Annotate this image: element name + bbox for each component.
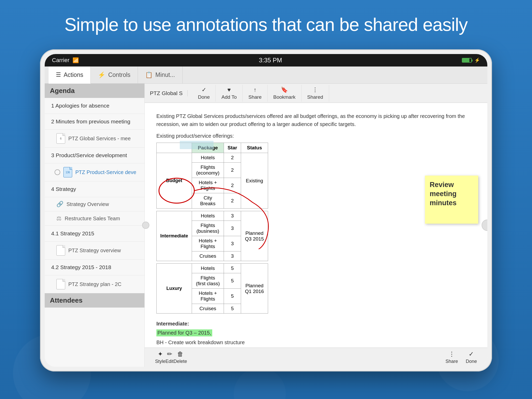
package-hotelsflight-budget: Hotels + Flights <box>192 178 224 193</box>
doc-icon-global: 6 <box>56 133 65 144</box>
bottom-btn-done[interactable]: ✓ Done <box>466 350 477 364</box>
carrier-label: Carrier <box>52 57 69 64</box>
doc-icon-plan <box>56 279 65 289</box>
style-label: Style <box>155 359 165 364</box>
bottom-toolbar: ✦ Style ✏ Edit 🗑 Delete ⋮ S <box>145 348 487 367</box>
bookmark-icon: 🔖 <box>281 87 288 93</box>
done-label: Done <box>198 94 210 100</box>
toolbar-btn-bookmark[interactable]: 🔖 Bookmark <box>268 85 302 102</box>
sidebar-item-strategy-41[interactable]: 4.1 Strategy 2015 <box>45 226 144 242</box>
star-hotelsflight-int: 3 <box>224 236 241 251</box>
star-flights-lux: 5 <box>224 273 241 289</box>
gavel-icon: ⚖ <box>56 215 62 222</box>
bottom-btn-share[interactable]: ⋮ Share <box>445 350 458 364</box>
status-budget: Existing <box>241 153 268 209</box>
sidebar-item-apologies[interactable]: 1 Apologies for absence <box>45 98 144 114</box>
bookmark-label: Bookmark <box>273 94 296 100</box>
delete-label: Delete <box>174 359 187 364</box>
package-hotelsflight-lux: Hotels + Flights <box>192 289 224 304</box>
radio-button-product <box>55 169 60 175</box>
package-flights-budget: Flights (economy) <box>192 163 224 178</box>
tab-actions[interactable]: ☰ Actions <box>49 66 91 84</box>
sidebar-handle[interactable] <box>142 222 149 229</box>
sidebar-item-strategy[interactable]: 4 Strategy <box>45 181 144 197</box>
star-hotelsflight-lux: 5 <box>224 289 241 304</box>
sidebar-item-strategy-overview[interactable]: 🔗 Strategy Overview <box>45 197 144 211</box>
table-header-star: Star <box>224 143 241 153</box>
link-icon: 🔗 <box>56 201 63 208</box>
toolbar-btn-share[interactable]: ↑ Share <box>243 85 268 102</box>
sidebar-item-product[interactable]: 3 Product/Service development <box>45 148 144 163</box>
star-hotels-budget: 2 <box>224 153 241 163</box>
page-headline: Simple to use annotations that can be sh… <box>0 0 532 45</box>
tab-controls[interactable]: ⚡ Controls <box>91 66 138 83</box>
category-budget: Budget <box>157 153 192 209</box>
bottom-btn-style[interactable]: ✦ Style <box>155 350 165 364</box>
sidebar-item-ptz-global[interactable]: 6 PTZ Global Services - mee <box>45 130 144 148</box>
addto-label: Add To <box>221 94 237 100</box>
tab-minutes[interactable]: 📋 Minut... <box>138 66 182 83</box>
shared-icon: ⋮ <box>312 87 318 93</box>
bottom-btn-edit[interactable]: ✏ Edit <box>165 350 174 364</box>
package-cruises-lux: Cruises <box>192 304 224 314</box>
ipad-frame: Carrier 📶 3:35 PM ⚡ ☰ Actions ⚡ <box>40 49 492 371</box>
bottom-btn-delete[interactable]: 🗑 Delete <box>174 350 187 364</box>
status-bar-right: ⚡ <box>462 57 480 63</box>
checkmark-icon: ✓ <box>202 87 206 93</box>
bh-item: BH - Create work breakdown structure <box>156 340 476 345</box>
status-bar: Carrier 📶 3:35 PM ⚡ <box>45 54 487 66</box>
star-cruises-lux: 5 <box>224 304 241 314</box>
status-bar-left: Carrier 📶 <box>52 57 79 64</box>
table-header-package: Package <box>192 143 224 153</box>
sidebar-item-ptz-strategy-overview[interactable]: PTZ Strategy overview <box>45 242 144 260</box>
ipad-screen: Carrier 📶 3:35 PM ⚡ ☰ Actions ⚡ <box>45 54 487 367</box>
category-intermediate: Intermediate <box>157 211 192 261</box>
table-header-status: Status <box>241 143 268 153</box>
offerings-label: Existing product/service offerings: <box>156 133 476 139</box>
done-bottom-label: Done <box>466 359 477 364</box>
doc-title: PTZ Global S <box>150 90 188 96</box>
sidebar-item-ptz-product[interactable]: 136 PTZ Product-Service deve <box>45 163 144 181</box>
star-hotels-int: 3 <box>224 211 241 221</box>
main-content: Agenda 1 Apologies for absence 2 Minutes… <box>45 84 487 367</box>
planned-text: Planned for Q3 – 2015, <box>156 329 212 336</box>
controls-icon: ⚡ <box>98 71 105 78</box>
sidebar-item-ptz-strategy-plan[interactable]: PTZ Strategy plan - 2C <box>45 275 144 293</box>
edit-label: Edit <box>165 359 174 364</box>
sidebar-item-strategy-42[interactable]: 4.2 Strategy 2015 - 2018 <box>45 260 144 275</box>
package-citybreaks-budget: City Breaks <box>192 193 224 209</box>
toolbar-btn-shared[interactable]: ⋮ Shared <box>302 85 329 102</box>
battery-indicator <box>462 58 472 63</box>
actions-icon: ☰ <box>56 71 61 78</box>
star-cruises-int: 3 <box>224 251 241 261</box>
sidebar-item-restructure[interactable]: ⚖ Restructure Sales Team <box>45 211 144 226</box>
star-hotelsflight-budget: 2 <box>224 178 241 193</box>
share-label: Share <box>248 94 262 100</box>
delete-icon: 🗑 <box>177 350 183 358</box>
toolbar-btn-done[interactable]: ✓ Done <box>192 85 216 102</box>
minutes-icon: 📋 <box>145 71 153 78</box>
sidebar-item-minutes[interactable]: 2 Minutes from previous meeting <box>45 114 144 130</box>
intro-paragraph: Existing PTZ Global Services products/se… <box>156 112 476 128</box>
intermediate-label: Intermediate: <box>156 321 476 327</box>
product-table: Package Star Status Budget Hotels <box>156 143 268 314</box>
package-flights-int: Flights (business) <box>192 221 224 236</box>
edit-icon: ✏ <box>167 350 172 358</box>
doc-icon-product: 136 <box>63 167 72 177</box>
doc-body: Existing PTZ Global Services products/se… <box>145 103 487 348</box>
star-flights-budget: 2 <box>224 163 241 178</box>
tab-bar: ☰ Actions ⚡ Controls 📋 Minut... <box>45 66 487 84</box>
status-bar-center: 3:35 PM <box>259 57 282 64</box>
share-bottom-label: Share <box>445 359 458 364</box>
category-luxury: Luxury <box>157 264 192 314</box>
star-hotels-lux: 5 <box>224 264 241 273</box>
share-bottom-icon: ⋮ <box>449 350 455 358</box>
toolbar-btn-addto[interactable]: ♥ Add To <box>216 85 243 102</box>
sidebar-section-agenda: Agenda <box>45 84 144 98</box>
status-luxury: Planned Q1 2016 <box>241 264 268 314</box>
sticky-note: Review meeting minutes <box>425 176 478 224</box>
product-table-wrapper: Package Star Status Budget Hotels <box>156 143 476 314</box>
tab-actions-label: Actions <box>64 71 83 78</box>
tab-controls-label: Controls <box>108 71 130 78</box>
doc-icon-strategy <box>56 245 65 256</box>
